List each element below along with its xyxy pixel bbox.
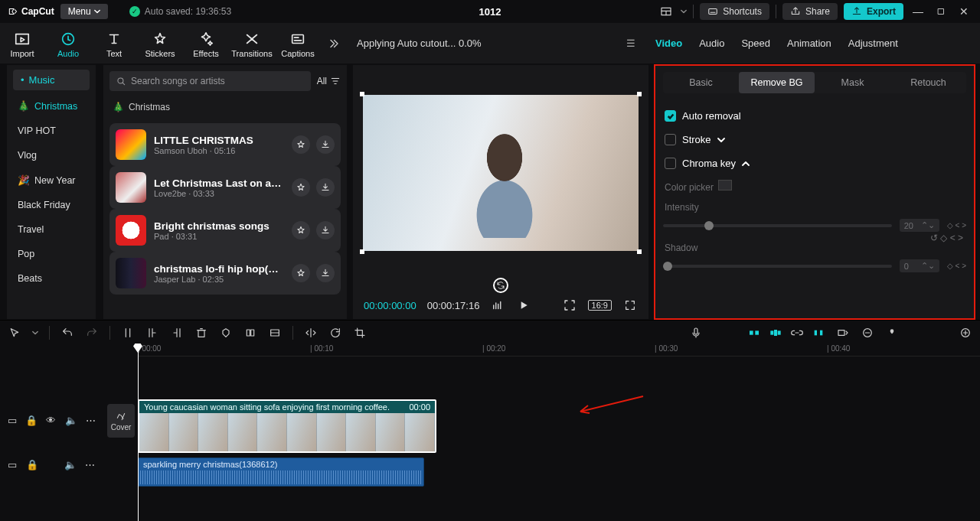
favorite-icon[interactable]	[292, 135, 310, 154]
tab-video[interactable]: Video	[655, 37, 682, 49]
menu-button[interactable]: Menu	[60, 4, 108, 19]
checkbox-icon[interactable]	[665, 134, 676, 145]
undo-icon[interactable]	[60, 326, 74, 340]
playhead[interactable]	[138, 344, 139, 521]
nav-more-icon[interactable]	[322, 37, 345, 50]
cursor-icon[interactable]	[8, 326, 21, 340]
crop-icon[interactable]	[353, 326, 367, 340]
group-icon[interactable]	[243, 326, 257, 340]
checkbox-icon[interactable]	[665, 158, 676, 169]
shadow-value[interactable]: 0⌃⌄	[900, 259, 939, 272]
fullscreen-icon[interactable]	[622, 298, 638, 313]
intensity-slider[interactable]	[663, 224, 892, 227]
zoom-in-icon[interactable]	[959, 326, 972, 340]
crop-frame-icon[interactable]	[562, 298, 577, 313]
nav-transitions[interactable]: Transitions	[230, 28, 274, 60]
zoom-slider-icon[interactable]	[885, 326, 899, 340]
song-card[interactable]: christmas lo-fi hip hop(13762... Jasper …	[109, 252, 341, 295]
freeze-icon[interactable]	[268, 326, 282, 340]
split-right-icon[interactable]	[170, 326, 184, 340]
split-icon[interactable]	[121, 326, 135, 340]
sidebar-music[interactable]: • Music	[13, 70, 90, 90]
nav-effects[interactable]: Effects	[184, 28, 228, 60]
layout-icon[interactable]	[658, 3, 675, 20]
track-settings-icon[interactable]: ▭	[6, 413, 18, 427]
mute-icon[interactable]: 🔈	[64, 458, 76, 471]
nav-audio[interactable]: Audio	[46, 28, 90, 60]
sidebar-item-pop[interactable]: Pop	[7, 242, 96, 266]
shadow-slider[interactable]	[663, 265, 892, 268]
download-icon[interactable]	[316, 135, 335, 154]
play-icon[interactable]	[516, 298, 531, 313]
track-lanes[interactable]: Young caucasian woman sitting sofa enjoy…	[138, 357, 980, 521]
snap-icon[interactable]	[747, 326, 761, 340]
track-settings-icon[interactable]: ▭	[6, 458, 18, 471]
shortcuts-button[interactable]: Shortcuts	[700, 3, 769, 20]
mute-icon[interactable]: 🔈	[65, 413, 77, 427]
eye-icon[interactable]: 👁	[45, 413, 57, 427]
redo-icon[interactable]	[85, 326, 99, 340]
color-picker-row[interactable]: Color picker	[663, 175, 966, 197]
sidebar-item-blackfriday[interactable]: Black Friday	[7, 193, 96, 217]
chroma-row[interactable]: Chroma key	[663, 151, 966, 175]
close-icon[interactable]: ✕	[956, 3, 972, 20]
sidebar-item-vip[interactable]: VIP HOT	[7, 119, 96, 143]
nav-captions[interactable]: Captions	[276, 28, 320, 60]
split-left-icon[interactable]	[145, 326, 159, 340]
aspect-ratio[interactable]: 16:9	[588, 300, 612, 311]
lock-icon[interactable]: 🔒	[25, 413, 38, 427]
nav-import[interactable]: Import	[0, 28, 44, 60]
volume-bars-icon[interactable]	[490, 298, 505, 313]
mirror-icon[interactable]	[304, 326, 318, 340]
chroma-reset-icons[interactable]: ↺ ◇ < >	[930, 233, 963, 243]
favorite-icon[interactable]	[292, 221, 310, 239]
maximize-icon[interactable]	[933, 3, 949, 20]
intensity-value[interactable]: 20⌃⌄	[900, 219, 939, 232]
time-ruler[interactable]: | 00:00| 00:10| 00:20| 00:30| 00:40	[138, 344, 980, 357]
auto-removal-row[interactable]: Auto removal	[663, 104, 966, 128]
preview-canvas[interactable]	[363, 95, 639, 251]
audio-clip[interactable]: sparkling merry christmas(1368612)	[138, 458, 424, 487]
download-icon[interactable]	[316, 221, 335, 239]
nav-stickers[interactable]: Stickers	[138, 28, 182, 60]
sidebar-item-vlog[interactable]: Vlog	[7, 143, 96, 168]
track-toggle-icon[interactable]	[836, 326, 850, 340]
export-button[interactable]: Export	[844, 3, 903, 20]
favorite-icon[interactable]	[292, 264, 310, 282]
keyframe-icons[interactable]: ◇ < >	[947, 262, 966, 270]
subtab-retouch[interactable]: Retouch	[890, 72, 966, 93]
search-input[interactable]: Search songs or artists	[109, 71, 311, 91]
link-icon[interactable]	[790, 326, 804, 340]
subtab-basic[interactable]: Basic	[663, 72, 739, 93]
marker-icon[interactable]	[219, 326, 233, 340]
sync-icon[interactable]	[493, 278, 508, 293]
delete-icon[interactable]	[194, 326, 208, 340]
filter-all[interactable]: All	[317, 76, 341, 86]
subtab-mask[interactable]: Mask	[815, 72, 890, 93]
timeline[interactable]: | 00:00| 00:10| 00:20| 00:30| 00:40 ▭ 🔒 …	[0, 344, 980, 521]
video-clip[interactable]: Young caucasian woman sitting sofa enjoy…	[138, 399, 436, 453]
song-card[interactable]: Let Christmas Last on and on Love2be · 0…	[109, 166, 341, 209]
mic-icon[interactable]	[689, 326, 703, 340]
subtab-removebg[interactable]: Remove BG	[739, 72, 815, 93]
tab-adjustment[interactable]: Adjustment	[848, 37, 898, 49]
sidebar-item-christmas[interactable]: 🎄Christmas	[7, 93, 96, 119]
color-swatch[interactable]	[718, 180, 732, 190]
download-icon[interactable]	[316, 264, 335, 282]
sidebar-item-newyear[interactable]: 🎉New Year	[7, 168, 96, 193]
rotate-icon[interactable]	[328, 326, 342, 340]
link-preview-icon[interactable]	[769, 326, 782, 340]
tab-audio[interactable]: Audio	[699, 37, 724, 49]
song-card[interactable]: LITTLE CHRISTMAS Samson Uboh · 05:16	[109, 123, 341, 166]
stroke-row[interactable]: Stroke	[663, 128, 966, 151]
magnet-icon[interactable]	[812, 326, 825, 340]
tab-speed[interactable]: Speed	[741, 37, 770, 49]
zoom-out-icon[interactable]	[861, 326, 874, 340]
sidebar-item-beats[interactable]: Beats	[7, 266, 96, 291]
preview-menu-icon[interactable]: ☰	[626, 37, 635, 49]
keyframe-icons[interactable]: ◇ < >	[947, 221, 966, 230]
more-icon[interactable]: ⋯	[84, 458, 96, 471]
song-card[interactable]: Bright christmas songs Pad · 03:31	[109, 209, 341, 252]
favorite-icon[interactable]	[292, 178, 310, 197]
more-icon[interactable]: ⋯	[85, 413, 96, 427]
